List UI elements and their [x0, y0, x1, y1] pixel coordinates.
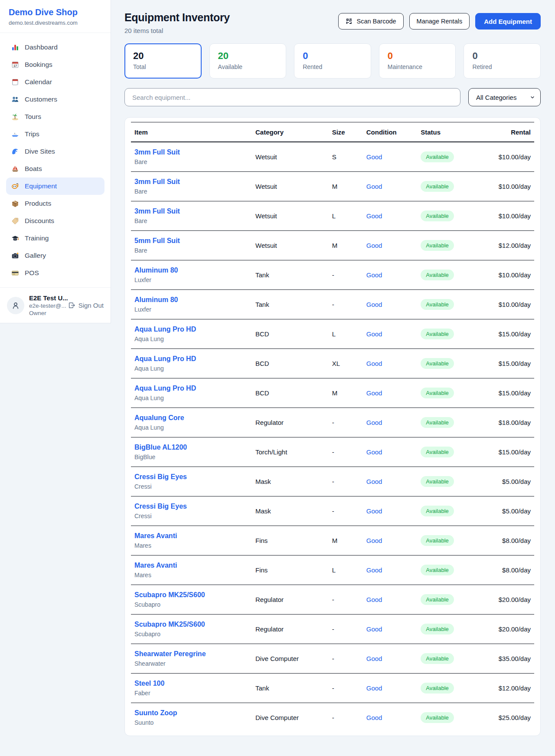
sidebar-item-dashboard[interactable]: Dashboard — [6, 39, 104, 56]
condition-link[interactable]: Good — [366, 566, 382, 574]
category-cell: Regulator — [252, 615, 329, 644]
sidebar-item-dive-sites[interactable]: Dive Sites — [6, 143, 104, 160]
package-icon — [11, 200, 19, 207]
condition-link[interactable]: Good — [366, 537, 382, 544]
status-cell: Available — [417, 526, 476, 555]
condition-link[interactable]: Good — [366, 389, 382, 397]
item-name-link[interactable]: Shearwater Peregrine — [134, 650, 248, 658]
stat-card-available[interactable]: 20Available — [209, 43, 287, 79]
category-cell: BCD — [252, 349, 329, 378]
condition-link[interactable]: Good — [366, 271, 382, 279]
table-row: Mares AvantiMaresFinsLGoodAvailable$8.00… — [131, 555, 534, 585]
status-badge: Available — [421, 358, 454, 369]
table-body: 3mm Full SuitBareWetsuitSGoodAvailable$1… — [131, 142, 534, 732]
rental-cell: $10.00/day — [476, 290, 534, 319]
brand-name[interactable]: Demo Dive Shop — [9, 7, 102, 17]
scan-barcode-button[interactable]: Scan Barcode — [338, 13, 403, 30]
page-title-block: Equipment Inventory 20 items total — [124, 11, 230, 34]
condition-link[interactable]: Good — [366, 330, 382, 338]
stat-value: 0 — [303, 50, 362, 62]
item-name-link[interactable]: Scubapro MK25/S600 — [134, 591, 248, 599]
category-select[interactable]: All Categories — [468, 88, 541, 106]
sidebar-item-calendar[interactable]: Calendar — [6, 73, 104, 91]
condition-link[interactable]: Good — [366, 301, 382, 308]
sidebar-item-label: Dive Sites — [25, 148, 55, 155]
sidebar-item-equipment[interactable]: Equipment — [6, 177, 104, 195]
stat-value: 20 — [218, 50, 278, 62]
condition-link[interactable]: Good — [366, 625, 382, 633]
sidebar-item-customers[interactable]: Customers — [6, 91, 104, 108]
condition-link[interactable]: Good — [366, 242, 382, 249]
sidebar-item-products[interactable]: Products — [6, 195, 104, 212]
status-cell: Available — [417, 349, 476, 378]
item-name-link[interactable]: 3mm Full Suit — [134, 207, 248, 215]
category-cell: Regulator — [252, 408, 329, 437]
item-name-link[interactable]: Aqua Lung Pro HD — [134, 355, 248, 363]
sidebar-item-tours[interactable]: Tours — [6, 108, 104, 125]
item-name-link[interactable]: 5mm Full Suit — [134, 237, 248, 245]
item-brand: Scubapro — [134, 631, 248, 638]
condition-cell: Good — [363, 437, 418, 467]
condition-link[interactable]: Good — [366, 596, 382, 603]
item-name-link[interactable]: Cressi Big Eyes — [134, 473, 248, 481]
condition-link[interactable]: Good — [366, 684, 382, 692]
sidebar-item-pos[interactable]: POS — [6, 264, 104, 282]
item-name-link[interactable]: Aluminum 80 — [134, 266, 248, 274]
item-name-link[interactable]: Scubapro MK25/S600 — [134, 621, 248, 628]
item-name-link[interactable]: Aluminum 80 — [134, 296, 248, 304]
scan-barcode-label: Scan Barcode — [356, 18, 396, 25]
sidebar-item-label: Dashboard — [25, 43, 58, 51]
stat-card-rented[interactable]: 0Rented — [294, 43, 371, 79]
condition-link[interactable]: Good — [366, 507, 382, 515]
condition-link[interactable]: Good — [366, 212, 382, 220]
item-name-link[interactable]: BigBlue AL1200 — [134, 444, 248, 451]
status-badge: Available — [421, 476, 454, 487]
item-name-link[interactable]: Cressi Big Eyes — [134, 503, 248, 510]
condition-link[interactable]: Good — [366, 419, 382, 426]
condition-link[interactable]: Good — [366, 714, 382, 721]
palm-island-icon — [11, 113, 19, 121]
manage-rentals-button[interactable]: Manage Rentals — [409, 13, 470, 30]
item-name-link[interactable]: Suunto Zoop — [134, 709, 248, 717]
condition-link[interactable]: Good — [366, 183, 382, 190]
condition-link[interactable]: Good — [366, 655, 382, 662]
size-cell: - — [329, 674, 363, 703]
condition-link[interactable]: Good — [366, 360, 382, 367]
condition-link[interactable]: Good — [366, 153, 382, 161]
sidebar-item-boats[interactable]: Boats — [6, 160, 104, 177]
table-row: Cressi Big EyesCressiMask-GoodAvailable$… — [131, 496, 534, 526]
table-row: Scubapro MK25/S600ScubaproRegulator-Good… — [131, 585, 534, 615]
item-cell: Scubapro MK25/S600Scubapro — [131, 585, 252, 615]
condition-link[interactable]: Good — [366, 448, 382, 456]
equipment-table-card: ItemCategorySizeConditionStatusRental 3m… — [124, 117, 541, 736]
stat-card-retired[interactable]: 0Retired — [464, 43, 541, 79]
status-cell: Available — [417, 585, 476, 615]
sidebar-item-bookings[interactable]: 17Bookings — [6, 56, 104, 73]
rental-cell: $10.00/day — [476, 260, 534, 290]
stats-row: 20Total20Available0Rented0Maintenance0Re… — [124, 43, 541, 79]
add-equipment-button[interactable]: Add Equipment — [475, 13, 541, 30]
item-name-link[interactable]: Aqua Lung Pro HD — [134, 385, 248, 392]
qr-scan-icon — [346, 18, 353, 25]
sign-out-button[interactable]: Sign Out — [68, 302, 104, 309]
item-name-link[interactable]: Steel 100 — [134, 680, 248, 687]
sidebar-item-trips[interactable]: Trips — [6, 125, 104, 143]
app-root: Demo Dive Shop demo.test.divestreams.com… — [0, 0, 555, 747]
sidebar-item-training[interactable]: Training — [6, 230, 104, 247]
item-name-link[interactable]: Mares Avanti — [134, 532, 248, 540]
item-name-link[interactable]: 3mm Full Suit — [134, 148, 248, 156]
stat-card-total[interactable]: 20Total — [124, 43, 202, 79]
item-name-link[interactable]: 3mm Full Suit — [134, 178, 248, 186]
stat-label: Retired — [472, 63, 532, 70]
item-brand: Suunto — [134, 719, 248, 726]
item-name-link[interactable]: Aqualung Core — [134, 414, 248, 422]
condition-link[interactable]: Good — [366, 478, 382, 485]
item-name-link[interactable]: Aqua Lung Pro HD — [134, 325, 248, 333]
search-input[interactable] — [124, 88, 460, 106]
sidebar-item-gallery[interactable]: Gallery — [6, 247, 104, 264]
rental-cell: $8.00/day — [476, 526, 534, 555]
item-name-link[interactable]: Mares Avanti — [134, 562, 248, 569]
sidebar-item-discounts[interactable]: Discounts — [6, 212, 104, 230]
stat-card-maintenance[interactable]: 0Maintenance — [379, 43, 456, 79]
item-cell: 5mm Full SuitBare — [131, 231, 252, 260]
